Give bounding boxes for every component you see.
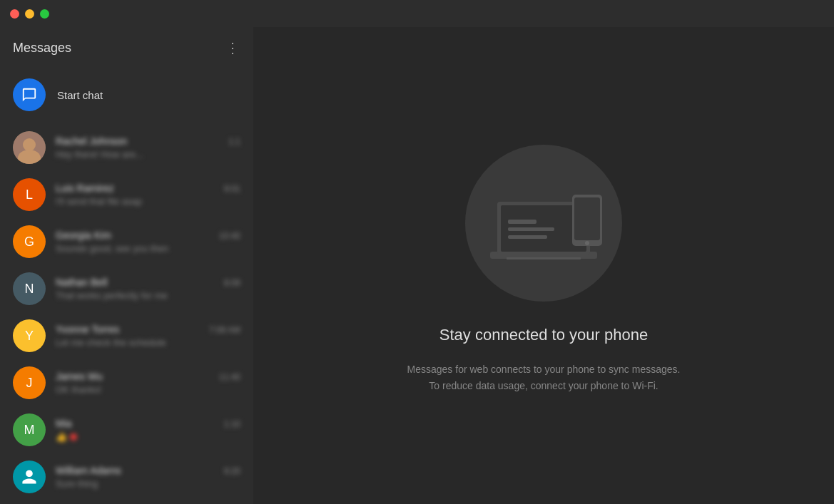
list-item[interactable]: M Mia 1:10 👍 [0,406,253,453]
avatar [13,131,46,164]
sidebar-header: Messages ⋮ [0,27,253,68]
conv-content: Yvonne Torres 7:08 AM Let me check the s… [56,324,240,348]
close-button[interactable] [10,9,19,19]
list-item[interactable]: G Georgia Kim 10:40 Sounds good, see you… [0,218,253,265]
conv-time: 9:20 [224,466,240,476]
conv-top: Mia 1:10 [56,418,240,429]
avatar: J [13,366,46,399]
minimize-button[interactable] [25,9,34,19]
conv-name: Nathan Bell [56,277,107,288]
conv-name: Mia [56,418,72,429]
conv-preview: Hey there! How are... [56,149,240,160]
conv-top: Nathan Bell 8:09 [56,277,240,288]
title-bar [0,0,834,27]
conv-top: Luis Ramirez 9:01 [56,182,240,194]
conv-content: James Wu 11:40 OK thanks! [56,371,240,395]
avatar: G [13,225,46,258]
main-subtitle: Messages for web connects to your phone … [407,361,681,394]
conv-preview: That works perfectly for me [56,290,240,301]
conv-top: Rachel Johnson 1:1 [56,135,240,147]
traffic-lights [10,9,49,19]
conv-time: 11:40 [219,372,240,382]
avatar: Y [13,319,46,352]
conversation-list[interactable]: Rachel Johnson 1:1 Hey there! How are...… [0,124,253,504]
avatar: M [13,413,46,446]
start-chat-icon [13,78,46,111]
conv-top: James Wu 11:40 [56,371,240,382]
more-options-icon[interactable]: ⋮ [225,39,240,56]
conv-top: William Adams 9:20 [56,465,240,476]
conv-top: Georgia Kim 10:40 [56,230,240,241]
conv-content: William Adams 9:20 Sure thing [56,465,240,489]
list-item[interactable]: L Luis Ramirez 9:01 I'll send that file … [0,171,253,218]
avatar: L [13,178,46,211]
sidebar: Messages ⋮ Start chat [0,27,253,504]
conv-preview: OK thanks! [56,384,240,395]
conv-content: Georgia Kim 10:40 Sounds good, see you t… [56,230,240,254]
list-item[interactable]: Y Yvonne Torres 7:08 AM Let me check the… [0,312,253,359]
svg-rect-11 [574,197,600,240]
conv-name: Rachel Johnson [56,135,127,147]
conv-top: Yvonne Torres 7:08 AM [56,324,240,335]
main-title: Stay connected to your phone [439,326,648,344]
conv-time: 9:01 [224,184,240,194]
conv-preview: I'll send that file asap [56,196,240,207]
svg-point-12 [585,241,589,245]
conv-preview: Let me check the schedule [56,337,240,348]
conv-name: William Adams [56,465,121,476]
conv-time: 1:10 [224,419,240,429]
conv-name: Luis Ramirez [56,182,114,194]
conv-preview: Sure thing [56,478,240,489]
svg-rect-13 [507,257,581,259]
conv-content: Mia 1:10 👍 [56,418,240,442]
unread-badge [70,433,77,441]
maximize-button[interactable] [40,9,49,19]
person-icon [21,468,38,485]
app-body: Messages ⋮ Start chat [0,27,834,504]
conv-content: Nathan Bell 8:09 That works perfectly fo… [56,277,240,301]
sidebar-title: Messages [13,41,71,56]
conv-time: 8:09 [224,278,240,288]
start-chat-button[interactable]: Start chat [0,68,253,121]
conv-preview: 👍 [56,431,240,442]
svg-point-1 [23,138,36,151]
conv-time: 10:40 [219,231,240,241]
conv-name: Georgia Kim [56,230,111,241]
list-item[interactable]: Rachel Johnson 1:1 Hey there! How are... [0,124,253,171]
phone-laptop-illustration [458,138,629,309]
svg-rect-9 [508,235,547,239]
svg-rect-8 [508,227,554,231]
main-panel: Stay connected to your phone Messages fo… [253,27,834,504]
conv-preview: Sounds good, see you then [56,243,240,254]
svg-rect-7 [508,220,536,224]
conv-time: 1:1 [228,137,240,147]
conv-name: Yvonne Torres [56,324,119,335]
conv-name: James Wu [56,371,103,382]
avatar: N [13,272,46,305]
conv-content: Luis Ramirez 9:01 I'll send that file as… [56,182,240,207]
list-item[interactable]: N Nathan Bell 8:09 That works perfectly … [0,265,253,312]
conv-time: 7:08 AM [209,325,240,335]
conv-content: Rachel Johnson 1:1 Hey there! How are... [56,135,240,160]
list-item[interactable]: William Adams 9:20 Sure thing [0,453,253,500]
avatar [13,461,46,493]
list-item[interactable]: J James Wu 11:40 OK thanks! [0,359,253,406]
start-chat-label: Start chat [57,89,103,101]
chat-icon [21,87,37,103]
